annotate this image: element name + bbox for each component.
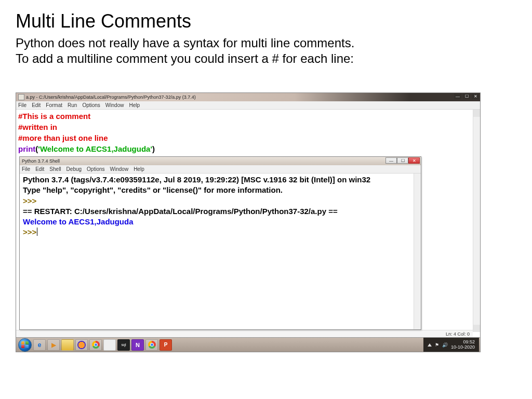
shell-prompt: >>> <box>23 228 36 236</box>
shell-prompt: >>> <box>23 196 418 206</box>
menu-edit[interactable]: Edit <box>32 102 41 108</box>
play-glyph-icon: ▶ <box>51 341 56 349</box>
shell-output-area[interactable]: Python 3.7.4 (tags/v3.7.4:e09359112e, Ju… <box>20 174 421 329</box>
text-cursor-icon <box>37 228 37 236</box>
keyword-print: print <box>18 144 35 153</box>
menu-edit[interactable]: Edit <box>35 166 44 172</box>
code-comment-line: #written in <box>18 122 471 132</box>
editor-menubar: File Edit Format Run Options Window Help <box>16 101 480 110</box>
shell-restart-line: == RESTART: C:/Users/krishna/AppData/Loc… <box>23 206 418 217</box>
close-button[interactable]: ✕ <box>472 94 479 99</box>
taskbar-mysql-icon[interactable]: sql <box>117 339 130 351</box>
start-button[interactable] <box>18 338 32 352</box>
minimize-button[interactable]: — <box>385 157 397 164</box>
code-comment-line: #This is a comment <box>18 111 471 122</box>
maximize-button[interactable]: ☐ <box>397 157 408 164</box>
shell-menubar: File Edit Shell Debug Options Window Hel… <box>20 165 421 174</box>
menu-debug[interactable]: Debug <box>66 166 82 172</box>
slide-title: Multi Line Comments <box>16 10 516 32</box>
menu-run[interactable]: Run <box>68 102 77 108</box>
taskbar-media-player-icon[interactable]: ▶ <box>47 339 60 351</box>
taskbar-chromium-icon[interactable] <box>145 339 158 351</box>
menu-options[interactable]: Options <box>82 102 100 108</box>
shell-banner-line: Type "help", "copyright", "credits" or "… <box>23 185 418 195</box>
menu-format[interactable]: Format <box>46 102 62 108</box>
menu-help[interactable]: Help <box>134 166 144 172</box>
embedded-screenshot: a.py - C:/Users/krishna/AppData/Local/Pr… <box>16 92 481 352</box>
menu-options[interactable]: Options <box>87 166 104 172</box>
menu-file[interactable]: File <box>22 166 30 172</box>
firefox-glyph-icon <box>77 341 86 349</box>
python-file-icon <box>18 94 24 100</box>
shell-prompt-current: >>> <box>23 227 418 237</box>
taskbar-explorer-icon[interactable] <box>61 339 74 351</box>
shell-title-text: Python 3.7.4 Shell <box>22 158 60 164</box>
chrome-glyph-icon <box>148 341 156 349</box>
editor-titlebar[interactable]: a.py - C:/Users/krishna/AppData/Local/Pr… <box>16 93 480 101</box>
tray-volume-icon[interactable]: 🔊 <box>442 342 448 348</box>
code-print-line: print('Welcome to AECS1,Jaduguda') <box>18 143 471 154</box>
string-literal: 'Welcome to AECS1,Jaduguda' <box>38 144 152 153</box>
editor-window-controls: — ☐ ✕ <box>454 94 479 99</box>
taskbar-onenote-icon[interactable]: N <box>131 339 144 351</box>
editor-title-text: a.py - C:/Users/krishna/AppData/Local/Pr… <box>26 95 196 100</box>
slide-body-line-1: Python does not really have a syntax for… <box>16 35 516 51</box>
paren-close: ) <box>152 144 155 153</box>
minimize-button[interactable]: — <box>454 94 461 99</box>
menu-window[interactable]: Window <box>110 166 129 172</box>
ie-glyph-icon: e <box>38 341 42 349</box>
shell-program-output: Welcome to AECS1,Jaduguda <box>23 217 418 227</box>
shell-window-controls: — ☐ ✕ <box>385 157 420 164</box>
close-button[interactable]: ✕ <box>408 157 420 164</box>
onenote-glyph-icon: N <box>136 342 140 348</box>
taskbar-ie-icon[interactable]: e <box>33 339 46 351</box>
taskbar-firefox-icon[interactable] <box>75 339 88 351</box>
menu-help[interactable]: Help <box>129 102 140 108</box>
tray-clock[interactable]: 09:52 10-10-2020 <box>451 340 475 350</box>
taskbar-python-icon[interactable] <box>103 339 116 351</box>
chrome-glyph-icon <box>92 341 100 349</box>
taskbar-chrome-icon[interactable] <box>89 339 102 351</box>
editor-scrollbar[interactable] <box>473 110 480 332</box>
maximize-button[interactable]: ☐ <box>463 94 470 99</box>
shell-window: Python 3.7.4 Shell — ☐ ✕ File Edit Shell… <box>19 156 421 330</box>
slide-body-line-2: To add a multiline comment you could ins… <box>16 51 516 66</box>
ppt-glyph-icon: P <box>164 342 168 348</box>
mysql-glyph-icon: sql <box>122 343 126 347</box>
editor-code-area[interactable]: #This is a comment #written in #more tha… <box>16 110 473 156</box>
shell-titlebar[interactable]: Python 3.7.4 Shell — ☐ ✕ <box>20 157 421 165</box>
menu-window[interactable]: Window <box>105 102 124 108</box>
tray-date: 10-10-2020 <box>451 345 475 350</box>
menu-shell[interactable]: Shell <box>49 166 61 172</box>
code-comment-line: #more than just one line <box>18 132 471 143</box>
windows-taskbar: e ▶ sql N P ⚑ 🔊 09:52 10-10-2020 <box>16 337 480 352</box>
system-tray[interactable]: ⚑ 🔊 09:52 10-10-2020 <box>423 338 479 352</box>
menu-file[interactable]: File <box>18 102 26 108</box>
editor-status-bar: Ln: 4 Col: 0 <box>16 330 473 337</box>
taskbar-powerpoint-icon[interactable]: P <box>159 339 172 351</box>
tray-flag-icon[interactable]: ⚑ <box>435 342 439 348</box>
shell-banner-line: Python 3.7.4 (tags/v3.7.4:e09359112e, Ju… <box>23 175 418 185</box>
shell-scrollbar[interactable] <box>414 174 421 329</box>
tray-expand-icon[interactable] <box>428 343 432 347</box>
